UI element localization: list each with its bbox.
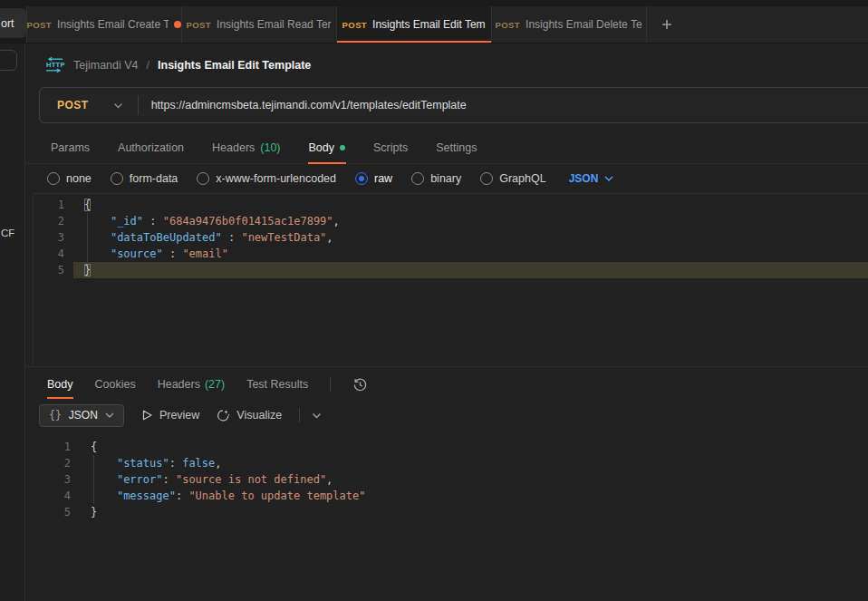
tab-label: Insights Email Create T [57, 18, 169, 31]
chevron-down-icon [312, 412, 322, 419]
history-button[interactable] [352, 377, 368, 393]
code-line[interactable]: 4 "message": "Unable to update template" [33, 488, 868, 504]
response-tab-body-active[interactable]: Body [47, 378, 73, 399]
new-tab-button[interactable] [647, 6, 687, 43]
line-number: 1 [34, 197, 73, 213]
line-number: 5 [33, 504, 80, 520]
tab-method-badge: POST [187, 20, 211, 30]
radio-icon[interactable] [111, 172, 123, 185]
line-number: 3 [33, 471, 80, 488]
history-clock-icon [352, 377, 368, 393]
tab-headers[interactable]: Headers(10) [211, 135, 281, 163]
braces-icon: {} [49, 409, 62, 422]
request-subtabs: Params Authorization Headers(10) Body Sc… [25, 135, 868, 164]
breadcrumb-collection[interactable]: Tejimandi V4 [73, 59, 139, 72]
tab-params[interactable]: Params [50, 135, 91, 163]
headers-count: (10) [260, 141, 280, 154]
request-tab-read[interactable]: POST Insights Email Read Ter [182, 6, 337, 43]
open-request-tabs: POST Insights Email Create T POST Insigh… [26, 6, 868, 43]
chevron-down-icon [604, 176, 613, 181]
play-icon [141, 409, 153, 422]
bodytype-binary[interactable]: binary [411, 172, 461, 185]
body-filled-dot-icon [340, 145, 345, 150]
response-panel: Body Cookies Headers(27) Test Results [25, 366, 868, 601]
radio-icon[interactable] [411, 172, 424, 185]
response-tab-headers[interactable]: Headers(27) [158, 378, 225, 399]
code-line[interactable]: 3 "error": "source is not defined", [33, 471, 868, 488]
line-number: 2 [33, 455, 80, 471]
tab-scripts[interactable]: Scripts [372, 135, 409, 163]
bodytype-urlencoded[interactable]: x-www-form-urlencoded [197, 172, 336, 185]
unsaved-dot-icon [174, 21, 181, 28]
divider [299, 408, 300, 422]
response-tab-cookies[interactable]: Cookies [95, 378, 136, 399]
code-line[interactable]: 4 "source" : "email" [34, 246, 868, 262]
more-options-chevron[interactable] [312, 412, 322, 419]
url-bar: POST https://admincmsbeta.tejimandi.com/… [39, 87, 868, 123]
divider [330, 377, 331, 392]
http-request-icon: HTTP [43, 57, 65, 73]
response-tab-test-results[interactable]: Test Results [246, 378, 308, 399]
line-number: 4 [34, 246, 73, 262]
method-label: POST [57, 99, 89, 111]
import-button-partial[interactable]: ort [0, 8, 26, 38]
tab-authorization[interactable]: Authorization [117, 135, 185, 163]
language-dropdown[interactable]: JSON [569, 172, 614, 185]
line-number: 2 [34, 213, 73, 229]
preview-button[interactable]: Preview [141, 409, 199, 422]
code-line[interactable]: 3 "dataToBeUpdated" : "newTestData", [34, 229, 868, 246]
bodytype-graphql[interactable]: GraphQL [480, 172, 545, 185]
tab-label: Insights Email Edit Tem [372, 18, 486, 31]
line-number: 5 [34, 262, 73, 278]
breadcrumb-separator: / [147, 59, 149, 72]
radio-icon[interactable] [197, 172, 209, 185]
tab-method-badge: POST [342, 20, 367, 30]
response-tabs: Body Cookies Headers(27) Test Results [25, 367, 868, 400]
code-line[interactable]: 5} [33, 504, 868, 520]
plus-icon [661, 18, 673, 31]
sidebar-search-box-partial[interactable] [0, 50, 17, 71]
radio-icon[interactable] [47, 172, 60, 185]
code-line[interactable]: 2 "_id" : "684a9476b0f01415ac1e7899", [34, 213, 868, 229]
radio-selected-icon[interactable] [355, 172, 368, 185]
chevron-down-icon [113, 102, 123, 109]
code-line[interactable]: 1{ [34, 197, 868, 213]
radio-icon[interactable] [480, 172, 493, 185]
url-input[interactable]: https://admincmsbeta.tejimandi.com/v1/te… [139, 99, 467, 111]
tab-label: Insights Email Read Ter [217, 18, 332, 31]
request-body-editor[interactable]: 1{2 "_id" : "684a9476b0f01415ac1e7899",3… [33, 193, 868, 366]
bodytype-raw-selected[interactable]: raw [355, 172, 392, 185]
request-tab-strip: ort POST Insights Email Create T POST In… [0, 0, 868, 44]
body-type-row: none form-data x-www-form-urlencoded raw… [25, 164, 868, 193]
svg-text:HTTP: HTTP [46, 61, 65, 69]
line-number: 1 [33, 439, 80, 455]
tab-settings[interactable]: Settings [435, 135, 477, 163]
code-line[interactable]: 2 "status": false, [33, 455, 868, 471]
tab-method-badge: POST [27, 20, 52, 30]
visualize-button[interactable]: Visualize [217, 409, 282, 422]
bodytype-form-data[interactable]: form-data [111, 172, 178, 185]
response-format-dropdown[interactable]: {} JSON [39, 404, 124, 427]
request-tab-create[interactable]: POST Insights Email Create T [27, 6, 182, 43]
line-number: 4 [33, 488, 80, 504]
tab-body-active[interactable]: Body [308, 135, 347, 163]
response-headers-count: (27) [205, 378, 225, 391]
method-dropdown[interactable]: POST [40, 99, 138, 111]
code-line[interactable]: 1{ [33, 439, 868, 455]
app-window: ort POST Insights Email Create T POST In… [0, 0, 868, 601]
chevron-down-icon [105, 412, 114, 418]
page-title: Insights Email Edit Template [158, 59, 311, 72]
response-body-viewer[interactable]: 1{2 "status": false,3 "error": "source i… [33, 431, 868, 601]
bodytype-none[interactable]: none [47, 172, 92, 185]
response-toolbar: {} JSON Preview Visuali [25, 400, 868, 431]
magic-wand-icon [217, 409, 230, 422]
url-row: POST https://admincmsbeta.tejimandi.com/… [25, 86, 868, 123]
sidebar-partial: CF [0, 44, 25, 601]
request-tab-delete[interactable]: POST Insights Email Delete Te [492, 6, 647, 43]
breadcrumb: HTTP Tejimandi V4 / Insights Email Edit … [25, 44, 868, 86]
tab-label: Insights Email Delete Te [526, 18, 642, 31]
sidebar-item-partial[interactable]: CF [1, 228, 14, 238]
code-line[interactable]: 5} [34, 262, 868, 278]
line-number: 3 [34, 229, 73, 246]
request-tab-edit-active[interactable]: POST Insights Email Edit Tem [337, 6, 492, 43]
